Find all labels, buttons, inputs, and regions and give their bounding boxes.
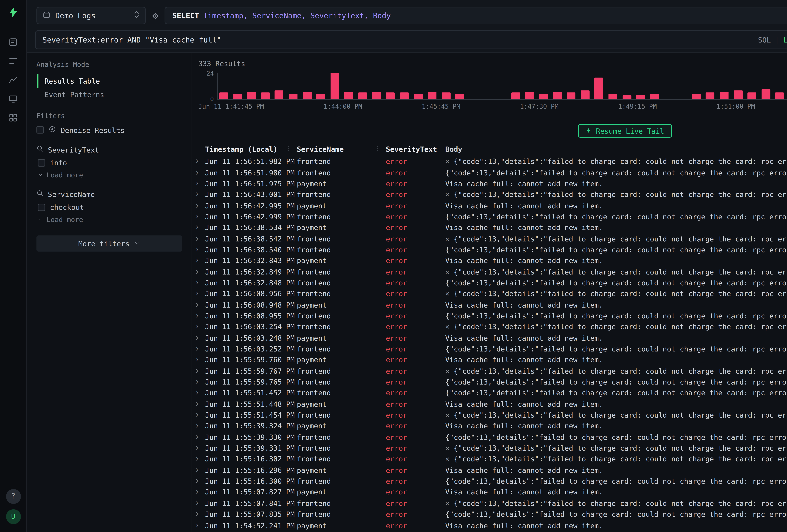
log-row[interactable]: ❯Jun 11 1:56:38.542 PMfrontenderror× {"c…	[196, 233, 787, 244]
histogram-bar[interactable]	[567, 92, 576, 99]
histogram-bar[interactable]	[247, 91, 256, 99]
histogram-bar[interactable]	[622, 95, 631, 99]
histogram-bar[interactable]	[317, 94, 325, 99]
histogram-bar[interactable]	[219, 92, 228, 99]
log-row[interactable]: ❯Jun 11 1:55:07.835 PMfrontenderror{"cod…	[196, 509, 787, 519]
help-button[interactable]: ?	[6, 489, 20, 504]
log-row[interactable]: ❯Jun 11 1:55:39.330 PMfrontenderror{"cod…	[196, 431, 787, 443]
facet-option-checkout[interactable]: checkout	[38, 203, 182, 211]
column-severitytext[interactable]: SeverityText	[386, 145, 437, 153]
row-expand-chevron[interactable]: ❯	[196, 291, 205, 296]
log-row[interactable]: ❯Jun 11 1:56:08.955 PMfrontenderror{"cod…	[196, 310, 787, 321]
histogram-bar[interactable]	[539, 94, 548, 99]
log-row[interactable]: ❯Jun 11 1:56:51.982 PMfrontenderror× {"c…	[196, 156, 787, 167]
histogram-bar[interactable]	[595, 77, 603, 99]
histogram-bar[interactable]	[303, 91, 312, 99]
row-expand-chevron[interactable]: ❯	[196, 280, 205, 285]
row-expand-chevron[interactable]: ❯	[196, 203, 205, 208]
row-expand-chevron[interactable]: ❯	[196, 368, 205, 374]
histogram-bar[interactable]	[455, 94, 464, 99]
column-timestamp[interactable]: Timestamp (Local)	[205, 145, 278, 153]
row-expand-chevron[interactable]: ❯	[196, 357, 205, 362]
row-expand-chevron[interactable]: ❯	[196, 467, 205, 473]
row-expand-chevron[interactable]: ❯	[196, 159, 205, 164]
row-expand-chevron[interactable]: ❯	[196, 335, 205, 340]
nav-sessions-icon[interactable]	[8, 94, 18, 104]
source-select[interactable]: Demo Logs	[36, 7, 146, 24]
row-expand-chevron[interactable]: ❯	[196, 324, 205, 329]
log-row[interactable]: ❯Jun 11 1:56:43.001 PMfrontenderror× {"c…	[196, 189, 787, 200]
row-expand-chevron[interactable]: ❯	[196, 478, 205, 484]
row-expand-chevron[interactable]: ❯	[196, 511, 205, 517]
search-input[interactable]: SeverityText:error AND "Visa cache full"…	[35, 30, 787, 49]
histogram-bar[interactable]	[650, 94, 659, 99]
row-expand-chevron[interactable]: ❯	[196, 302, 205, 307]
histogram-bar[interactable]	[692, 94, 701, 99]
log-row[interactable]: ❯Jun 11 1:55:51.452 PMfrontenderror{"cod…	[196, 387, 787, 398]
severitytext-load-more[interactable]: Load more	[38, 171, 182, 179]
histogram-bar[interactable]	[747, 92, 756, 99]
histogram-bar[interactable]	[609, 94, 617, 99]
row-expand-chevron[interactable]: ❯	[196, 523, 205, 528]
row-expand-chevron[interactable]: ❯	[196, 170, 205, 175]
lang-lucene-toggle[interactable]: Lucene	[783, 36, 787, 44]
log-row[interactable]: ❯Jun 11 1:55:59.767 PMfrontenderror× {"c…	[196, 365, 787, 376]
source-settings-gear-icon[interactable]: ⚙	[152, 11, 158, 20]
row-expand-chevron[interactable]: ❯	[196, 489, 205, 495]
nav-search-icon[interactable]	[8, 37, 18, 47]
log-row[interactable]: ❯Jun 11 1:56:08.948 PMpaymenterrorVisa c…	[196, 299, 787, 310]
histogram-bar[interactable]	[720, 91, 729, 99]
log-row[interactable]: ❯Jun 11 1:56:42.999 PMfrontenderror{"cod…	[196, 211, 787, 222]
histogram-bar[interactable]	[372, 91, 381, 99]
log-row[interactable]: ❯Jun 11 1:55:59.760 PMpaymenterrorVisa c…	[196, 354, 787, 365]
log-row[interactable]: ❯Jun 11 1:55:16.302 PMfrontenderror× {"c…	[196, 453, 787, 465]
mode-event-patterns[interactable]: Event Patterns	[37, 88, 182, 101]
nav-dashboards-icon[interactable]	[8, 113, 18, 123]
row-expand-chevron[interactable]: ❯	[196, 269, 205, 274]
histogram-bar[interactable]	[442, 92, 450, 99]
histogram-bar[interactable]	[261, 92, 270, 99]
log-row[interactable]: ❯Jun 11 1:56:03.252 PMfrontenderror{"cod…	[196, 343, 787, 354]
log-row[interactable]: ❯Jun 11 1:55:07.827 PMpaymenterrorVisa c…	[196, 487, 787, 497]
denoise-checkbox[interactable]	[36, 126, 44, 133]
row-expand-chevron[interactable]: ❯	[196, 225, 205, 230]
histogram-bar[interactable]	[344, 91, 353, 99]
histogram-bar[interactable]	[581, 90, 590, 99]
row-expand-chevron[interactable]: ❯	[196, 390, 205, 396]
log-row[interactable]: ❯Jun 11 1:56:38.534 PMpaymenterrorVisa c…	[196, 222, 787, 233]
histogram-bar[interactable]	[428, 91, 437, 99]
log-row[interactable]: ❯Jun 11 1:56:32.843 PMpaymenterrorVisa c…	[196, 255, 787, 266]
histogram-bar[interactable]	[636, 95, 645, 99]
histogram-bar[interactable]	[358, 92, 367, 99]
histogram-bar[interactable]	[553, 91, 562, 99]
servicename-load-more[interactable]: Load more	[38, 216, 182, 223]
log-row[interactable]: ❯Jun 11 1:56:08.956 PMfrontenderror× {"c…	[196, 288, 787, 299]
log-row[interactable]: ❯Jun 11 1:56:32.848 PMfrontenderror{"cod…	[196, 277, 787, 288]
facet-option-info-checkbox[interactable]	[38, 159, 45, 166]
more-filters-button[interactable]: More filters	[36, 235, 182, 252]
log-row[interactable]: ❯Jun 11 1:54:52.241 PMpaymenterrorVisa c…	[196, 519, 787, 531]
log-row[interactable]: ❯Jun 11 1:56:38.540 PMfrontenderror{"cod…	[196, 244, 787, 255]
row-expand-chevron[interactable]: ❯	[196, 501, 205, 506]
facet-option-info[interactable]: info	[38, 158, 182, 167]
histogram-bar[interactable]	[386, 92, 395, 99]
row-expand-chevron[interactable]: ❯	[196, 423, 205, 429]
histogram-bar[interactable]	[400, 92, 409, 99]
log-row[interactable]: ❯Jun 11 1:55:51.454 PMfrontenderror× {"c…	[196, 409, 787, 420]
row-expand-chevron[interactable]: ❯	[196, 401, 205, 407]
histogram-bar[interactable]	[775, 92, 784, 99]
row-expand-chevron[interactable]: ❯	[196, 434, 205, 440]
log-row[interactable]: ❯Jun 11 1:55:59.765 PMfrontenderror{"cod…	[196, 376, 787, 387]
user-avatar[interactable]: U	[6, 509, 20, 524]
select-query-bar[interactable]: SELECT Timestamp, ServiceName, SeverityT…	[165, 7, 787, 24]
histogram-bar[interactable]	[289, 94, 297, 99]
nav-chart-icon[interactable]	[8, 75, 18, 85]
nav-logs-icon[interactable]	[8, 56, 18, 66]
log-row[interactable]: ❯Jun 11 1:55:39.324 PMpaymenterrorVisa c…	[196, 420, 787, 431]
histogram-bar[interactable]	[733, 90, 742, 99]
hyperdx-logo-icon[interactable]	[7, 7, 19, 18]
histogram-bar[interactable]	[275, 90, 284, 99]
log-row[interactable]: ❯Jun 11 1:56:51.980 PMfrontenderror{"cod…	[196, 167, 787, 178]
log-row[interactable]: ❯Jun 11 1:55:39.331 PMfrontenderror× {"c…	[196, 443, 787, 453]
denoise-results-toggle[interactable]: Denoise Results	[36, 125, 182, 134]
